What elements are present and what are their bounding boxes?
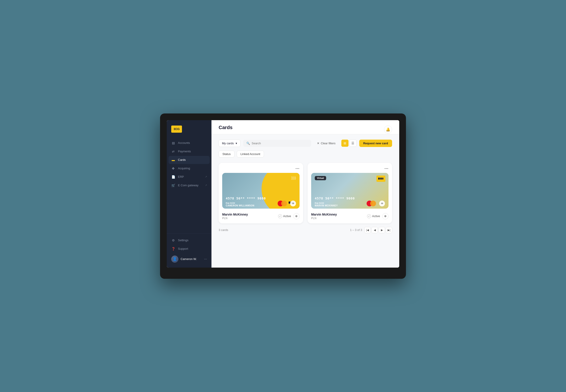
linked-account-filter-tag[interactable]: Linked Account	[237, 151, 264, 157]
card-owner-name-2: Marvin McKinney	[311, 213, 337, 216]
card-menu-2: ···	[311, 167, 389, 171]
card-currency-2: PLN	[311, 217, 337, 220]
card-info-2: Marvin McKinney PLN ✓ Active ❄	[311, 212, 389, 220]
settings-icon: ⚙	[171, 238, 175, 242]
card-owner-info-1: Marvin McKinney PLN	[222, 213, 248, 220]
request-new-card-button[interactable]: Request new card	[359, 140, 392, 147]
dropdown-label: My cards	[222, 142, 234, 145]
erp-icon: 📄	[171, 175, 175, 179]
filter-tags: Status Linked Account	[219, 151, 392, 157]
main-content: Cards 🔔 My cards ▾ 🔍 ✕ Clear	[211, 120, 399, 267]
clear-filters-button[interactable]: ✕ Clear filters	[314, 140, 339, 147]
mastercard-logo-1	[278, 201, 287, 206]
status-filter-tag[interactable]: Status	[219, 151, 234, 157]
card-holder-1: CAMERON WILLIAMSON	[226, 204, 254, 207]
grid-view-button[interactable]: ⊞	[341, 140, 348, 147]
card-owner-info-2: Marvin McKinney PLN	[311, 213, 337, 220]
svg-rect-5	[382, 178, 383, 180]
sidebar-item-label: Support	[178, 247, 188, 250]
sidebar-item-label: Settings	[178, 238, 189, 242]
acquiring-icon: ✤	[171, 167, 175, 170]
wifi-icon: ))))	[291, 176, 296, 180]
sidebar-item-settings[interactable]: ⚙ Settings	[169, 236, 210, 244]
card-status-area-2: ✓ Active ❄	[367, 213, 389, 219]
card-exp-2: Exp 01/22	[315, 202, 324, 204]
freeze-card-button-1[interactable]: ❄	[293, 213, 300, 219]
card-menu-1: ···	[222, 167, 300, 171]
main-body: My cards ▾ 🔍 ✕ Clear filters ⊞ ☰	[211, 134, 399, 267]
status-label-1: Active	[283, 214, 291, 218]
clear-filters-label: Clear filters	[321, 142, 335, 145]
pagination-range: 1 – 3 of 3	[350, 228, 362, 232]
search-box: 🔍	[243, 140, 311, 147]
support-icon: ❓	[171, 247, 175, 251]
sidebar-nav: ▤ Accounts ⇄ Payments ▬ Cards ✤ Acquirin…	[167, 139, 211, 233]
card-reveal-button-2[interactable]: 👁	[379, 201, 385, 206]
card-number-1: 4578 56** **** 9000	[226, 196, 266, 200]
card-status-area-1: ✓ Active ❄	[278, 213, 300, 219]
close-icon: ✕	[317, 142, 319, 145]
sidebar-bottom: ⚙ Settings ❓ Support 👤 Cameron W. ···	[167, 233, 211, 267]
pagination: 3 cards 1 – 3 of 3 |◀ ◀ ▶ ▶|	[219, 223, 392, 233]
sidebar-item-acquiring[interactable]: ✤ Acquiring	[169, 164, 210, 172]
sidebar-item-label: Acquiring	[178, 167, 190, 170]
notification-bell-button[interactable]: 🔔	[384, 126, 392, 134]
sidebar-item-label: ERP	[178, 175, 184, 179]
view-toggle: ⊞ ☰	[341, 140, 357, 147]
accounts-icon: ▤	[171, 141, 175, 145]
card-item: ··· )))) 4578 56** *	[219, 163, 303, 223]
status-label-2: Active	[372, 214, 380, 218]
card-options-button-2[interactable]: ···	[384, 167, 389, 171]
laptop-screen: ECG ▤ Accounts ⇄ Payments ▬ Cards ✤ Acqu…	[167, 120, 399, 267]
user-name: Cameron W.	[181, 257, 202, 261]
next-page-button[interactable]: ▶	[379, 227, 385, 233]
card-options-button[interactable]: ···	[295, 167, 300, 171]
last-page-button[interactable]: ▶|	[386, 227, 392, 233]
laptop-frame: ECG ▤ Accounts ⇄ Payments ▬ Cards ✤ Acqu…	[160, 113, 406, 279]
card-owner-name-1: Marvin McKinney	[222, 213, 248, 216]
external-icon-ecom: ↗	[205, 184, 207, 187]
card-item-2: ··· Virtual 4578 56** **** 9000	[308, 163, 392, 223]
sidebar-item-ecom[interactable]: 🛒 E Com gateway ↗	[169, 181, 210, 189]
prev-page-button[interactable]: ◀	[372, 227, 378, 233]
status-badge-1: ✓ Active	[278, 214, 291, 218]
svg-rect-3	[378, 178, 380, 180]
status-badge-2: ✓ Active	[367, 214, 380, 218]
sidebar-item-label: Accounts	[178, 141, 190, 144]
search-input[interactable]	[252, 142, 308, 145]
sidebar-item-label: Cards	[178, 158, 186, 161]
card-currency-1: PLN	[222, 217, 248, 220]
sidebar-item-label: Payments	[178, 150, 191, 153]
user-profile[interactable]: 👤 Cameron W. ···	[169, 253, 210, 265]
card-reveal-button-1[interactable]: 👁	[290, 201, 296, 206]
search-icon: 🔍	[246, 142, 250, 145]
sidebar: ECG ▤ Accounts ⇄ Payments ▬ Cards ✤ Acqu…	[167, 120, 211, 267]
app-logo: ECG	[171, 126, 182, 133]
sidebar-item-erp[interactable]: 📄 ERP ↗	[169, 173, 210, 181]
avatar: 👤	[171, 255, 178, 263]
payments-icon: ⇄	[171, 150, 175, 153]
card-exp-1: Exp 01/22	[226, 202, 235, 204]
sidebar-item-payments[interactable]: ⇄ Payments	[169, 147, 210, 155]
sidebar-logo-area: ECG	[167, 120, 211, 139]
sidebar-item-accounts[interactable]: ▤ Accounts	[169, 139, 210, 147]
chevron-down-icon: ▾	[236, 142, 237, 145]
external-icon: ↗	[205, 175, 207, 178]
list-view-button[interactable]: ☰	[349, 140, 357, 147]
freeze-card-button-2[interactable]: ❄	[382, 213, 389, 219]
cards-total-count: 3 cards	[219, 228, 228, 232]
user-menu-dots[interactable]: ···	[204, 257, 207, 261]
card-holder-2: MARVIN MCKINNEY	[315, 204, 338, 207]
my-cards-dropdown[interactable]: My cards ▾	[219, 140, 241, 147]
mastercard-logo-2	[367, 201, 376, 206]
first-page-button[interactable]: |◀	[364, 227, 371, 233]
credit-card-visual-1: )))) 4578 56** **** 9000 Exp 01/22 CAMER…	[222, 173, 300, 209]
sidebar-item-support[interactable]: ❓ Support	[169, 245, 210, 253]
avatar-image: 👤	[171, 255, 178, 263]
sidebar-item-label: E Com gateway	[178, 184, 199, 187]
svg-rect-4	[380, 178, 382, 180]
sidebar-item-cards[interactable]: ▬ Cards	[169, 156, 210, 164]
page-title: Cards	[219, 125, 232, 134]
check-icon-1: ✓	[278, 214, 282, 218]
card-number-2: 4578 56** **** 9000	[315, 196, 355, 200]
